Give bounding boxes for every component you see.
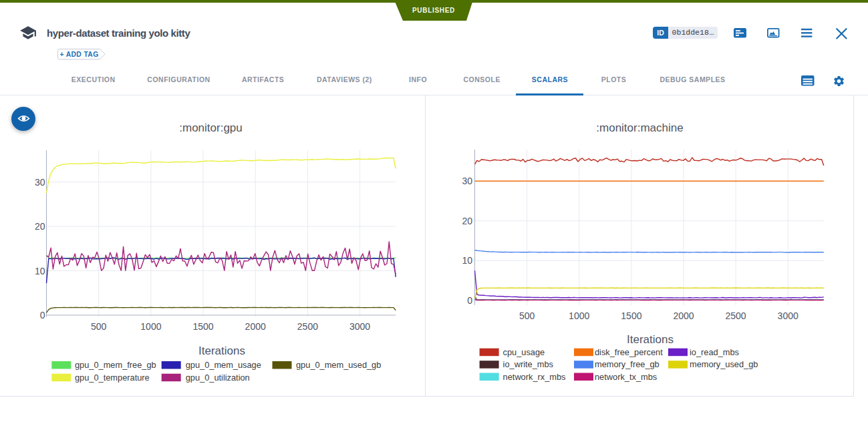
svg-text:30: 30 xyxy=(35,177,45,188)
svg-text:0: 0 xyxy=(467,295,472,306)
svg-text:1500: 1500 xyxy=(192,321,213,332)
svg-text:Iterations: Iterations xyxy=(627,333,674,346)
svg-text:memory_used_gb: memory_used_gb xyxy=(690,359,758,369)
svg-text::monitor:machine: :monitor:machine xyxy=(596,122,683,134)
svg-text:disk_free_percent: disk_free_percent xyxy=(595,347,663,357)
svg-text:gpu_0_temperature: gpu_0_temperature xyxy=(75,373,150,383)
svg-text:2500: 2500 xyxy=(297,321,318,332)
svg-text:500: 500 xyxy=(519,310,535,321)
svg-text:network_tx_mbs: network_tx_mbs xyxy=(595,372,657,382)
svg-text::monitor:gpu: :monitor:gpu xyxy=(179,122,243,134)
svg-text:gpu_0_mem_free_gb: gpu_0_mem_free_gb xyxy=(75,360,156,370)
svg-text:10: 10 xyxy=(462,255,472,266)
svg-text:io_write_mbs: io_write_mbs xyxy=(503,359,553,369)
svg-text:2000: 2000 xyxy=(673,310,694,321)
svg-text:gpu_0_utilization: gpu_0_utilization xyxy=(186,373,250,383)
svg-text:1500: 1500 xyxy=(621,310,641,321)
svg-text:+ ADD TAG: + ADD TAG xyxy=(59,51,98,58)
svg-text:0: 0 xyxy=(40,310,45,320)
svg-text:2500: 2500 xyxy=(726,310,746,321)
svg-text:2000: 2000 xyxy=(245,321,266,332)
svg-text:network_rx_mbs: network_rx_mbs xyxy=(503,372,566,382)
svg-text:3000: 3000 xyxy=(778,310,799,321)
svg-text:cpu_usage: cpu_usage xyxy=(503,347,545,357)
svg-text:30: 30 xyxy=(462,176,472,186)
svg-text:500: 500 xyxy=(91,321,107,332)
svg-text:Iterations: Iterations xyxy=(198,345,245,357)
svg-text:memory_free_gb: memory_free_gb xyxy=(595,359,660,369)
svg-text:1000: 1000 xyxy=(569,310,589,321)
svg-text:gpu_0_mem_used_gb: gpu_0_mem_used_gb xyxy=(296,360,381,370)
svg-text:gpu_0_mem_usage: gpu_0_mem_usage xyxy=(186,360,261,370)
svg-text:io_read_mbs: io_read_mbs xyxy=(690,347,739,357)
svg-text:1000: 1000 xyxy=(140,321,161,332)
svg-text:20: 20 xyxy=(462,216,472,226)
svg-text:20: 20 xyxy=(35,221,45,232)
svg-text:10: 10 xyxy=(35,266,45,276)
svg-text:3000: 3000 xyxy=(349,321,370,332)
